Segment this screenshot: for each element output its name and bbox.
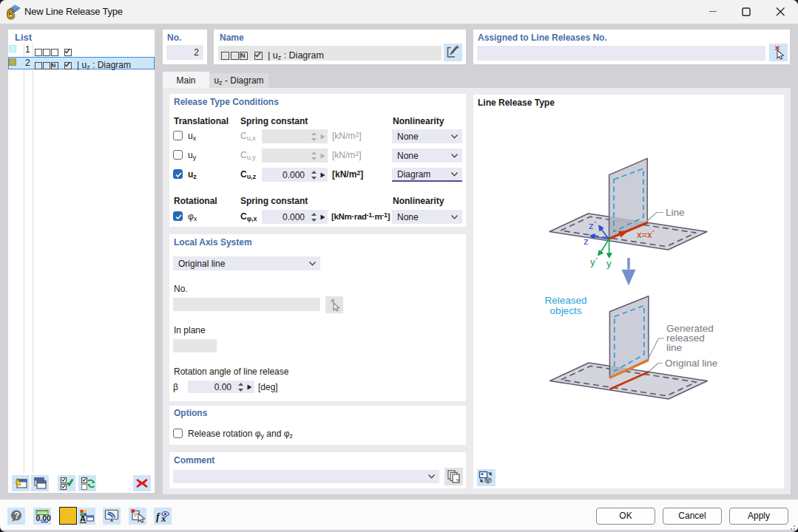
svg-text:objects: objects	[550, 305, 582, 316]
svg-text:Released: Released	[544, 295, 586, 306]
svg-text:A: A	[80, 514, 86, 523]
svg-text:x=x´: x=x´	[637, 229, 655, 240]
svg-text:z: z	[584, 236, 589, 247]
svg-text:6: 6	[7, 6, 15, 21]
svg-text:N: N	[52, 62, 56, 69]
svg-text:y´: y´	[590, 256, 598, 267]
svg-text:0.00: 0.00	[36, 514, 52, 522]
svg-text:Original line: Original line	[665, 358, 717, 369]
svg-text:f: f	[156, 511, 160, 522]
svg-text:z´: z´	[589, 220, 597, 231]
svg-text:Line: Line	[666, 207, 685, 218]
svg-text:N: N	[240, 52, 246, 59]
svg-text:line: line	[666, 342, 682, 353]
svg-text:y: y	[606, 258, 612, 269]
svg-text:?: ?	[14, 511, 19, 521]
